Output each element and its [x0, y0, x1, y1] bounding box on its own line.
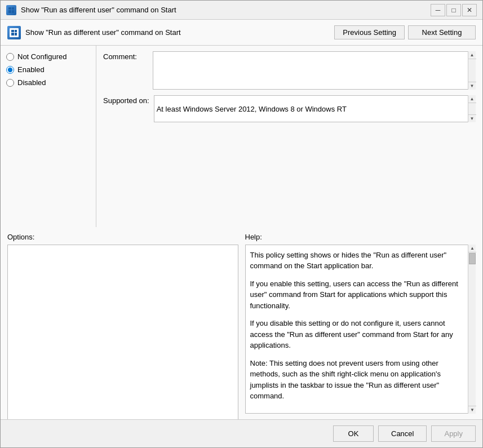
- bottom-panels: Options: Help: This policy setting shows…: [1, 227, 482, 420]
- maximize-button[interactable]: □: [446, 4, 461, 16]
- supported-section: Supported on: At least Windows Server 20…: [103, 95, 476, 122]
- help-scroll-up-arrow[interactable]: ▲: [468, 245, 476, 252]
- options-box: [7, 245, 238, 420]
- icon-cell: [8, 10, 11, 13]
- help-scrollbar[interactable]: ▲ ▼: [468, 245, 476, 414]
- comment-scrollbar[interactable]: ▲ ▼: [468, 51, 476, 90]
- radio-group: Not Configured Enabled Disabled: [6, 52, 90, 87]
- icon-cell-inner: [11, 33, 14, 36]
- not-configured-option[interactable]: Not Configured: [6, 52, 90, 61]
- help-box-container: This policy setting shows or hides the "…: [245, 245, 476, 414]
- apply-button[interactable]: Apply: [431, 425, 476, 442]
- policy-icon-inner: [10, 28, 19, 37]
- help-paragraph-3: If you disable this setting or do not co…: [250, 318, 464, 351]
- not-configured-radio[interactable]: [6, 53, 14, 61]
- help-paragraph-4: Note: This setting does not prevent user…: [250, 358, 464, 402]
- supported-scroll-down[interactable]: ▼: [468, 114, 476, 122]
- help-paragraph-1: This policy setting shows or hides the "…: [250, 250, 464, 272]
- disabled-radio[interactable]: [6, 79, 14, 87]
- help-scroll-down-arrow[interactable]: ▼: [468, 406, 476, 414]
- supported-scrollbar[interactable]: ▲ ▼: [468, 95, 476, 122]
- help-box: This policy setting shows or hides the "…: [245, 245, 476, 414]
- policy-name: Show "Run as different user" command on …: [25, 28, 181, 37]
- comment-textarea[interactable]: [153, 51, 476, 90]
- enabled-option[interactable]: Enabled: [6, 65, 90, 74]
- nav-buttons: Previous Setting Next Setting: [334, 25, 476, 39]
- supported-field-container: At least Windows Server 2012, Windows 8 …: [154, 95, 476, 122]
- previous-setting-button[interactable]: Previous Setting: [334, 25, 405, 39]
- help-scroll-thumb[interactable]: [469, 253, 476, 264]
- not-configured-label: Not Configured: [17, 52, 67, 61]
- window-icon: [6, 5, 16, 15]
- icon-cell-inner: [11, 30, 14, 33]
- icon-cell-inner: [15, 33, 17, 36]
- minimize-button[interactable]: ─: [431, 4, 445, 16]
- supported-label: Supported on:: [103, 95, 149, 105]
- scroll-down-arrow[interactable]: ▼: [468, 82, 476, 90]
- title-bar-buttons: ─ □ ✕: [431, 4, 477, 16]
- left-panel: Not Configured Enabled Disabled: [1, 46, 96, 227]
- disabled-option[interactable]: Disabled: [6, 78, 90, 87]
- comment-field-container: ▲ ▼: [153, 51, 476, 90]
- options-label: Options:: [7, 233, 238, 241]
- window-title: Show "Run as different user" command on …: [21, 6, 176, 14]
- cancel-button[interactable]: Cancel: [378, 425, 427, 442]
- footer: OK Cancel Apply: [1, 419, 482, 447]
- close-button[interactable]: ✕: [462, 4, 477, 16]
- policy-icon: [7, 26, 21, 39]
- help-scroll-track: [468, 252, 476, 406]
- right-panel: Comment: ▲ ▼ Supported on: At least Wind…: [96, 46, 482, 227]
- icon-cell: [8, 7, 11, 10]
- help-paragraph-2: If you enable this setting, users can ac…: [250, 278, 464, 312]
- supported-value: At least Windows Server 2012, Windows 8 …: [154, 95, 476, 122]
- main-window: Show "Run as different user" command on …: [0, 0, 483, 448]
- icon-cell: [12, 7, 15, 10]
- supported-text: At least Windows Server 2012, Windows 8 …: [157, 105, 347, 113]
- policy-title-row: Show "Run as different user" command on …: [7, 26, 181, 39]
- supported-scroll-up[interactable]: ▲: [468, 95, 476, 103]
- ok-button[interactable]: OK: [333, 425, 374, 442]
- scroll-up-arrow[interactable]: ▲: [468, 51, 476, 59]
- options-panel: Options:: [7, 233, 238, 414]
- header-section: Show "Run as different user" command on …: [1, 20, 482, 46]
- icon-cell-inner: [15, 30, 17, 33]
- comment-section: Comment: ▲ ▼: [103, 51, 476, 90]
- disabled-label: Disabled: [17, 78, 46, 87]
- next-setting-button[interactable]: Next Setting: [408, 25, 476, 39]
- help-panel: Help: This policy setting shows or hides…: [245, 233, 476, 414]
- comment-label: Comment:: [103, 51, 148, 61]
- title-bar: Show "Run as different user" command on …: [1, 1, 482, 20]
- window-icon-grid: [8, 7, 14, 13]
- help-label: Help:: [245, 233, 476, 241]
- enabled-label: Enabled: [17, 65, 45, 74]
- help-text: This policy setting shows or hides the "…: [250, 250, 464, 402]
- title-bar-left: Show "Run as different user" command on …: [6, 5, 176, 15]
- main-content: Not Configured Enabled Disabled Comment:: [1, 46, 482, 227]
- icon-cell: [12, 10, 15, 13]
- enabled-radio[interactable]: [6, 66, 14, 74]
- policy-icon-grid-inner: [11, 30, 17, 36]
